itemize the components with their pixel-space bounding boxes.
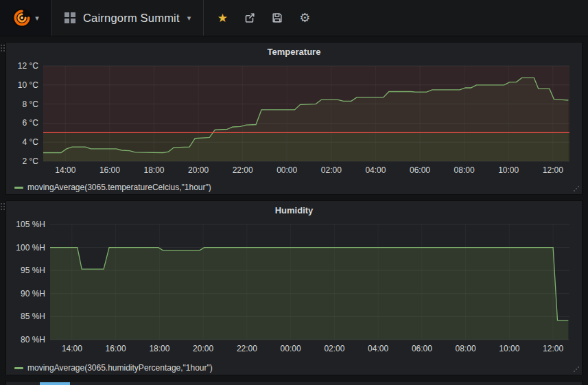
top-navbar: ▾ Cairngorm Summit ▾ ★ ⚙ [0,0,588,36]
next-row-panel-partial [5,381,583,385]
svg-text:00:00: 00:00 [277,165,297,175]
svg-text:12:00: 12:00 [543,344,563,353]
svg-text:12:00: 12:00 [543,165,563,175]
svg-text:105 %H: 105 %H [16,220,45,229]
dashboard-title: Cairngorm Summit [83,12,180,25]
dashboard-picker[interactable]: Cairngorm Summit ▾ [52,0,204,36]
svg-text:02:00: 02:00 [324,344,344,353]
grafana-logo-icon [12,8,32,27]
humidity-legend-item[interactable]: movingAverage(3065.humidityPercentage,"1… [6,360,582,376]
svg-text:95 %H: 95 %H [21,266,45,275]
svg-text:02:00: 02:00 [321,165,342,175]
svg-text:14:00: 14:00 [62,344,82,353]
svg-text:6 °C: 6 °C [23,118,39,128]
dashboard-caret-icon: ▾ [187,14,191,22]
temperature-panel: Temperature 12 °C10 °C8 °C6 °C4 °C2 °C14… [5,42,583,195]
next-row-series-partial [40,382,70,385]
svg-text:04:00: 04:00 [365,165,386,175]
row-drag-handle[interactable] [1,45,5,51]
star-dashboard-button[interactable]: ★ [211,6,234,30]
star-icon: ★ [217,11,228,25]
share-icon [244,12,256,24]
svg-text:20:00: 20:00 [193,344,213,353]
svg-text:16:00: 16:00 [106,344,126,353]
dashboard-settings-button[interactable]: ⚙ [293,6,316,30]
svg-text:8 °C: 8 °C [23,100,39,109]
svg-text:16:00: 16:00 [99,165,120,175]
svg-text:00:00: 00:00 [281,344,301,353]
svg-text:4 °C: 4 °C [23,137,39,147]
save-icon [271,12,283,24]
humidity-panel: Humidity 105 %H100 %H95 %H90 %H85 %H80 %… [5,200,583,375]
svg-text:22:00: 22:00 [233,165,253,175]
svg-text:10 °C: 10 °C [18,80,38,90]
series-color-marker[interactable] [14,187,23,189]
svg-text:10:00: 10:00 [499,344,519,353]
svg-text:12 °C: 12 °C [18,61,38,71]
series-color-marker[interactable] [14,367,23,369]
svg-text:18:00: 18:00 [143,165,164,175]
panel-resize-handle[interactable] [578,366,579,368]
svg-text:10:00: 10:00 [498,165,519,175]
svg-text:20:00: 20:00 [188,165,209,175]
svg-text:90 %H: 90 %H [21,289,45,299]
svg-text:06:00: 06:00 [410,165,430,175]
svg-text:85 %H: 85 %H [21,312,45,321]
svg-text:08:00: 08:00 [454,165,475,175]
series-label: movingAverage(3065.humidityPercentage,"1… [27,363,213,373]
main-menu-caret-icon: ▾ [35,14,39,22]
temperature-legend-item[interactable]: movingAverage(3065.temperatureCelcius,"1… [6,179,582,196]
humidity-panel-title[interactable]: Humidity [6,201,582,219]
svg-text:22:00: 22:00 [237,344,257,353]
svg-text:08:00: 08:00 [456,344,476,353]
dashboard-canvas: Temperature 12 °C10 °C8 °C6 °C4 °C2 °C14… [0,36,588,385]
panel-resize-handle[interactable] [578,186,579,187]
series-label: movingAverage(3065.temperatureCelcius,"1… [27,183,211,192]
svg-text:18:00: 18:00 [149,344,169,353]
svg-text:06:00: 06:00 [412,344,432,353]
temperature-chart[interactable]: 12 °C10 °C8 °C6 °C4 °C2 °C14:0016:0018:0… [12,60,578,179]
grafana-main-menu[interactable]: ▾ [0,0,52,36]
save-dashboard-button[interactable] [266,6,289,30]
share-dashboard-button[interactable] [238,6,261,30]
svg-text:80 %H: 80 %H [21,335,45,345]
temperature-panel-title[interactable]: Temperature [6,43,582,60]
humidity-chart[interactable]: 105 %H100 %H95 %H90 %H85 %H80 %H14:0016:… [12,219,578,360]
svg-text:14:00: 14:00 [55,165,75,175]
svg-text:100 %H: 100 %H [16,243,45,253]
gear-icon: ⚙ [299,10,310,25]
dashboard-grid-icon [64,12,75,23]
row-drag-handle[interactable] [1,203,5,210]
svg-text:2 °C: 2 °C [23,156,39,166]
navbar-actions: ★ ⚙ [204,0,316,36]
svg-text:04:00: 04:00 [368,344,388,353]
